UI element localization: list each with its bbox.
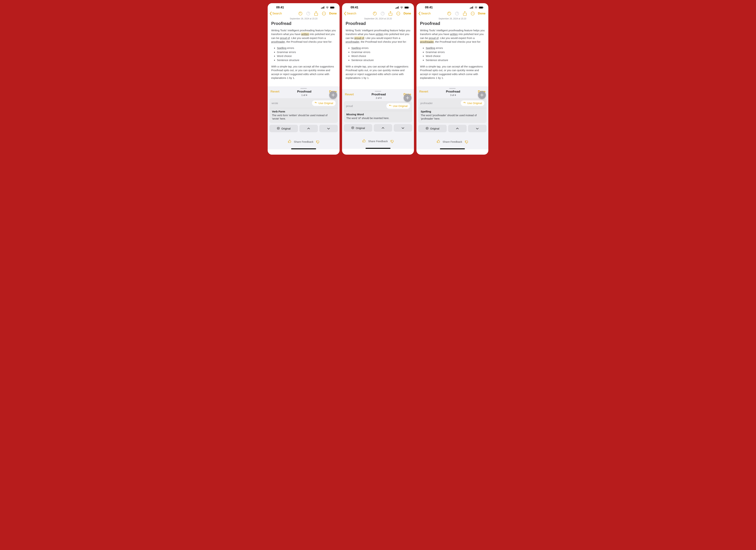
share-feedback-label[interactable]: Share Feedback bbox=[368, 140, 388, 143]
suggestion-spelling[interactable]: Spelling bbox=[426, 46, 435, 49]
more-button[interactable] bbox=[470, 11, 475, 16]
thumbs-down-icon[interactable] bbox=[465, 140, 468, 144]
next-suggestion-button[interactable] bbox=[468, 125, 487, 132]
note-timestamp: September 26, 2024 at 15:20 bbox=[416, 17, 488, 20]
home-indicator[interactable] bbox=[291, 148, 316, 149]
svg-point-39 bbox=[472, 13, 473, 14]
share-button[interactable] bbox=[388, 11, 393, 16]
suggestion-card: wrote Use Original Verb Form The verb fo… bbox=[269, 98, 338, 123]
nav-done-button[interactable]: Done bbox=[478, 12, 486, 15]
back-button[interactable]: Search bbox=[344, 12, 356, 15]
nav-bar: Search Done bbox=[268, 10, 340, 17]
action-row: Original bbox=[418, 125, 487, 132]
check-list: Spelling errors Grammar errors Word choi… bbox=[277, 46, 336, 62]
use-original-button[interactable]: Use Original bbox=[312, 100, 336, 106]
nav-done-button[interactable]: Done bbox=[329, 12, 337, 15]
list-item: Spelling errors bbox=[426, 46, 485, 50]
redo-button[interactable] bbox=[306, 11, 311, 16]
back-button[interactable]: Search bbox=[269, 12, 282, 15]
suggestion-proud[interactable]: proud of bbox=[280, 36, 290, 40]
sheet-grabber[interactable] bbox=[375, 91, 381, 92]
use-original-button[interactable]: Use Original bbox=[386, 103, 410, 109]
suggestion-proud[interactable]: proud of bbox=[429, 36, 439, 40]
revert-button[interactable]: Revert bbox=[271, 90, 279, 93]
home-indicator[interactable] bbox=[440, 148, 465, 149]
use-original-button[interactable]: Use Original bbox=[461, 100, 484, 106]
svg-rect-14 bbox=[395, 8, 396, 9]
battery-icon bbox=[330, 6, 335, 9]
thumbs-down-icon[interactable] bbox=[316, 140, 319, 144]
svg-point-21 bbox=[373, 12, 376, 15]
prev-suggestion-button[interactable] bbox=[374, 124, 392, 132]
revert-button[interactable]: Revert bbox=[345, 93, 354, 96]
nav-done-button[interactable]: Done bbox=[404, 12, 411, 15]
sheet-title: Proofread bbox=[428, 90, 478, 93]
suggestion-spelling[interactable]: Spelling bbox=[351, 46, 361, 49]
svg-point-22 bbox=[381, 12, 384, 15]
more-button[interactable] bbox=[321, 11, 326, 16]
sheet-counter: 2 of 4 bbox=[354, 97, 403, 99]
note-content[interactable]: Proofread Writing Tools' intelligent pro… bbox=[268, 20, 340, 84]
list-item: Word choice bbox=[277, 54, 336, 58]
svg-rect-29 bbox=[471, 7, 471, 9]
sheet-header: Revert Proofread 1 of 4 Done bbox=[268, 90, 340, 98]
more-button[interactable] bbox=[396, 11, 401, 16]
status-icons bbox=[395, 6, 409, 9]
list-item: Sentence structure bbox=[351, 58, 410, 62]
original-toggle-button[interactable]: Original bbox=[418, 125, 447, 132]
next-suggestion-button[interactable] bbox=[319, 125, 338, 132]
battery-icon bbox=[479, 6, 484, 9]
paragraph-1: Writing Tools' intelligent proofreading … bbox=[420, 28, 485, 44]
svg-rect-31 bbox=[473, 6, 473, 9]
thumbs-up-icon[interactable] bbox=[437, 140, 440, 144]
note-content[interactable]: Proofread Writing Tools' intelligent pro… bbox=[342, 20, 414, 84]
original-toggle-button[interactable]: Original bbox=[269, 125, 298, 132]
share-feedback-label[interactable]: Share Feedback bbox=[294, 140, 313, 143]
original-toggle-button[interactable]: Original bbox=[344, 124, 372, 132]
prev-suggestion-button[interactable] bbox=[448, 125, 467, 132]
add-button[interactable] bbox=[329, 91, 337, 99]
thumbs-up-icon[interactable] bbox=[362, 139, 366, 143]
add-button[interactable] bbox=[478, 91, 486, 99]
next-suggestion-button[interactable] bbox=[394, 124, 412, 132]
list-item: Sentence structure bbox=[426, 58, 485, 62]
paragraph-1: Writing Tools' intelligent proofreading … bbox=[346, 28, 410, 44]
suggestion-written[interactable]: written bbox=[450, 33, 458, 36]
redo-button[interactable] bbox=[455, 11, 460, 16]
sheet-grabber[interactable] bbox=[300, 88, 307, 89]
status-time: 09:41 bbox=[351, 6, 358, 9]
suggestion-spelling[interactable]: Spelling bbox=[277, 46, 286, 49]
undo-button[interactable] bbox=[447, 11, 452, 16]
home-indicator[interactable] bbox=[366, 148, 390, 149]
original-icon bbox=[351, 126, 354, 130]
paragraph-2: With a simple tap, you can accept all th… bbox=[271, 65, 336, 80]
share-button[interactable] bbox=[314, 11, 319, 16]
note-title: Proofread bbox=[346, 21, 410, 26]
add-button[interactable] bbox=[404, 94, 411, 102]
undo-button[interactable] bbox=[298, 11, 303, 16]
note-content[interactable]: Proofread Writing Tools' intelligent pro… bbox=[416, 20, 488, 84]
suggestion-proud[interactable]: proud of bbox=[354, 36, 364, 40]
thumbs-down-icon[interactable] bbox=[390, 139, 394, 143]
thumbs-up-icon[interactable] bbox=[288, 140, 291, 144]
svg-rect-16 bbox=[397, 7, 398, 9]
suggestion-written[interactable]: written bbox=[376, 33, 383, 36]
undo-button[interactable] bbox=[372, 11, 377, 16]
revert-button[interactable]: Revert bbox=[419, 90, 428, 93]
suggestion-proofreader[interactable]: proofreader bbox=[271, 40, 285, 43]
check-list: Spelling errors Grammar errors Word choi… bbox=[351, 46, 410, 62]
prev-suggestion-button[interactable] bbox=[299, 125, 318, 132]
note-title: Proofread bbox=[271, 21, 336, 26]
suggestion-proofreader[interactable]: proofreader bbox=[420, 40, 434, 43]
redo-button[interactable] bbox=[380, 11, 385, 16]
svg-rect-5 bbox=[330, 7, 334, 8]
suggestion-written[interactable]: written bbox=[301, 33, 309, 36]
sheet-grabber[interactable] bbox=[449, 88, 456, 89]
share-button[interactable] bbox=[462, 11, 467, 16]
suggestion-proofreader[interactable]: proofreader bbox=[346, 40, 359, 43]
sheet-header: Revert Proofread 2 of 4 Done bbox=[342, 93, 414, 101]
back-button[interactable]: Search bbox=[418, 12, 431, 15]
share-feedback-label[interactable]: Share Feedback bbox=[443, 140, 462, 143]
svg-rect-2 bbox=[323, 7, 323, 9]
undo-arrow-icon bbox=[314, 101, 317, 105]
